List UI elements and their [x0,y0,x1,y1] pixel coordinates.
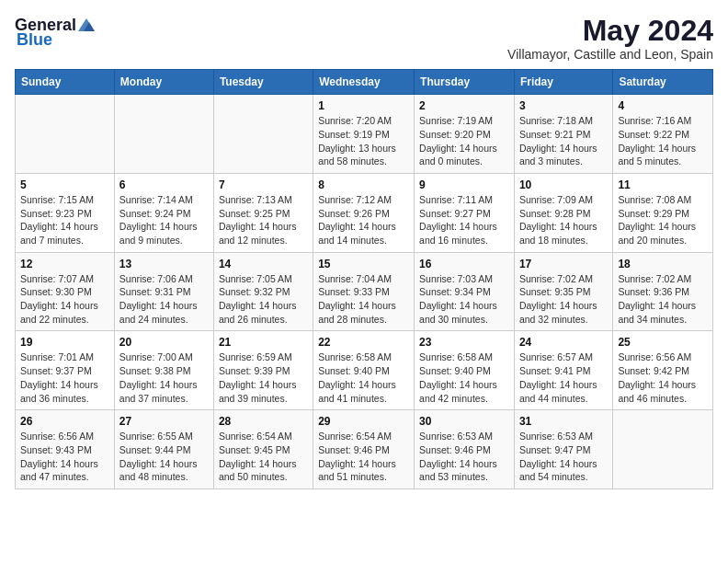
day-number: 11 [618,178,708,191]
header-row: SundayMondayTuesdayWednesdayThursdayFrid… [16,70,713,95]
calendar-week-row: 26Sunrise: 6:56 AMSunset: 9:43 PMDayligh… [16,410,713,489]
calendar-cell [213,95,313,174]
calendar-table: SundayMondayTuesdayWednesdayThursdayFrid… [15,69,713,489]
calendar-cell: 10Sunrise: 7:09 AMSunset: 9:28 PMDayligh… [514,173,612,252]
day-info: Sunrise: 7:05 AMSunset: 9:32 PMDaylight:… [219,272,308,327]
day-info: Sunrise: 7:08 AMSunset: 9:29 PMDaylight:… [618,193,708,247]
day-info: Sunrise: 7:13 AMSunset: 9:25 PMDaylight:… [219,193,308,247]
day-number: 23 [419,336,509,349]
calendar-subtitle: Villamayor, Castille and Leon, Spain [507,47,713,62]
calendar-cell: 13Sunrise: 7:06 AMSunset: 9:31 PMDayligh… [114,252,213,331]
day-number: 2 [419,99,509,112]
calendar-cell: 28Sunrise: 6:54 AMSunset: 9:45 PMDayligh… [213,410,313,489]
day-info: Sunrise: 7:07 AMSunset: 9:30 PMDaylight:… [20,272,109,327]
calendar-cell: 19Sunrise: 7:01 AMSunset: 9:37 PMDayligh… [16,331,115,410]
day-number: 15 [318,258,409,270]
day-info: Sunrise: 6:56 AMSunset: 9:42 PMDaylight:… [618,350,708,405]
calendar-cell: 27Sunrise: 6:55 AMSunset: 9:44 PMDayligh… [114,410,213,489]
header-day: Saturday [613,70,713,95]
day-info: Sunrise: 7:14 AMSunset: 9:24 PMDaylight:… [119,193,209,247]
day-number: 10 [519,178,608,191]
day-number: 29 [318,415,409,428]
header-day: Tuesday [213,70,313,95]
calendar-cell: 12Sunrise: 7:07 AMSunset: 9:30 PMDayligh… [16,252,115,331]
day-info: Sunrise: 7:00 AMSunset: 9:38 PMDaylight:… [119,350,209,405]
day-info: Sunrise: 7:19 AMSunset: 9:20 PMDaylight:… [419,114,509,168]
calendar-cell: 20Sunrise: 7:00 AMSunset: 9:38 PMDayligh… [114,331,213,410]
calendar-cell: 15Sunrise: 7:04 AMSunset: 9:33 PMDayligh… [313,252,415,331]
title-block: May 2024 Villamayor, Castille and Leon, … [507,15,713,62]
calendar-cell: 1Sunrise: 7:20 AMSunset: 9:19 PMDaylight… [313,95,415,174]
page-header: General Blue May 2024 Villamayor, Castil… [15,15,713,62]
day-number: 26 [20,415,109,428]
calendar-cell [114,95,213,174]
calendar-cell: 18Sunrise: 7:02 AMSunset: 9:36 PMDayligh… [613,252,713,331]
calendar-cell: 9Sunrise: 7:11 AMSunset: 9:27 PMDaylight… [415,173,515,252]
day-info: Sunrise: 7:12 AMSunset: 9:26 PMDaylight:… [318,193,409,247]
day-info: Sunrise: 6:54 AMSunset: 9:45 PMDaylight:… [219,430,308,484]
calendar-cell: 16Sunrise: 7:03 AMSunset: 9:34 PMDayligh… [415,252,515,331]
calendar-cell: 7Sunrise: 7:13 AMSunset: 9:25 PMDaylight… [213,173,313,252]
calendar-cell: 29Sunrise: 6:54 AMSunset: 9:46 PMDayligh… [313,410,415,489]
calendar-cell: 26Sunrise: 6:56 AMSunset: 9:43 PMDayligh… [16,410,115,489]
day-number: 31 [519,415,608,428]
calendar-cell: 31Sunrise: 6:53 AMSunset: 9:47 PMDayligh… [514,410,612,489]
calendar-week-row: 1Sunrise: 7:20 AMSunset: 9:19 PMDaylight… [16,95,713,174]
calendar-cell: 2Sunrise: 7:19 AMSunset: 9:20 PMDaylight… [415,95,515,174]
calendar-cell: 3Sunrise: 7:18 AMSunset: 9:21 PMDaylight… [514,95,612,174]
day-info: Sunrise: 7:15 AMSunset: 9:23 PMDaylight:… [20,193,109,247]
day-info: Sunrise: 6:58 AMSunset: 9:40 PMDaylight:… [318,350,409,405]
logo-blue: Blue [17,31,52,48]
calendar-title: May 2024 [507,15,713,47]
day-number: 6 [119,178,209,191]
day-number: 12 [20,258,109,270]
day-info: Sunrise: 6:59 AMSunset: 9:39 PMDaylight:… [219,350,308,405]
day-number: 22 [318,336,409,349]
day-number: 8 [318,178,409,191]
header-day: Sunday [16,70,115,95]
calendar-cell: 30Sunrise: 6:53 AMSunset: 9:46 PMDayligh… [415,410,515,489]
day-number: 28 [219,415,308,428]
day-info: Sunrise: 7:20 AMSunset: 9:19 PMDaylight:… [318,114,409,168]
calendar-cell [613,410,713,489]
day-number: 21 [219,336,308,349]
calendar-week-row: 19Sunrise: 7:01 AMSunset: 9:37 PMDayligh… [16,331,713,410]
day-info: Sunrise: 7:02 AMSunset: 9:36 PMDaylight:… [618,272,708,327]
day-number: 30 [419,415,509,428]
day-number: 27 [119,415,209,428]
day-number: 4 [618,99,708,112]
day-number: 19 [20,336,109,349]
day-number: 9 [419,178,509,191]
calendar-cell: 14Sunrise: 7:05 AMSunset: 9:32 PMDayligh… [213,252,313,331]
day-number: 16 [419,258,509,270]
day-info: Sunrise: 7:06 AMSunset: 9:31 PMDaylight:… [119,272,209,327]
day-info: Sunrise: 7:01 AMSunset: 9:37 PMDaylight:… [20,350,109,405]
day-info: Sunrise: 6:56 AMSunset: 9:43 PMDaylight:… [20,430,109,484]
day-number: 14 [219,258,308,270]
logo: General Blue [15,15,97,48]
day-info: Sunrise: 7:02 AMSunset: 9:35 PMDaylight:… [519,272,608,327]
day-number: 17 [519,258,608,270]
day-info: Sunrise: 6:53 AMSunset: 9:47 PMDaylight:… [519,430,608,484]
day-number: 3 [519,99,608,112]
calendar-cell: 22Sunrise: 6:58 AMSunset: 9:40 PMDayligh… [313,331,415,410]
calendar-cell: 5Sunrise: 7:15 AMSunset: 9:23 PMDaylight… [16,173,115,252]
calendar-cell: 25Sunrise: 6:56 AMSunset: 9:42 PMDayligh… [613,331,713,410]
day-info: Sunrise: 6:57 AMSunset: 9:41 PMDaylight:… [519,350,608,405]
header-day: Friday [514,70,612,95]
logo-icon [76,15,97,35]
header-day: Thursday [415,70,515,95]
day-number: 20 [119,336,209,349]
calendar-cell: 4Sunrise: 7:16 AMSunset: 9:22 PMDaylight… [613,95,713,174]
day-info: Sunrise: 7:16 AMSunset: 9:22 PMDaylight:… [618,114,708,168]
day-number: 25 [618,336,708,349]
day-info: Sunrise: 6:53 AMSunset: 9:46 PMDaylight:… [419,430,509,484]
day-info: Sunrise: 7:09 AMSunset: 9:28 PMDaylight:… [519,193,608,247]
day-number: 18 [618,258,708,270]
day-info: Sunrise: 7:03 AMSunset: 9:34 PMDaylight:… [419,272,509,327]
day-number: 7 [219,178,308,191]
day-info: Sunrise: 7:04 AMSunset: 9:33 PMDaylight:… [318,272,409,327]
calendar-week-row: 5Sunrise: 7:15 AMSunset: 9:23 PMDaylight… [16,173,713,252]
day-number: 24 [519,336,608,349]
day-info: Sunrise: 7:11 AMSunset: 9:27 PMDaylight:… [419,193,509,247]
